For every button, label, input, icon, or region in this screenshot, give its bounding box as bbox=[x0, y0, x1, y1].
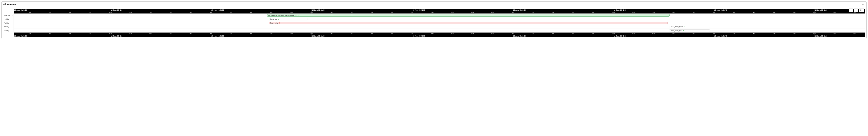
axis-minor-tick: 400 bbox=[351, 12, 353, 13]
axis-second-label: 18 June 08:42:35 bbox=[212, 9, 224, 11]
axis-minor-tick: 800 bbox=[391, 12, 393, 13]
bar-status bbox=[278, 18, 279, 20]
axis-minor-tick: 200 bbox=[532, 33, 534, 34]
bar-label: undo_book_hotel bbox=[671, 26, 683, 28]
timeline-bar[interactable]: ec3fa699-5607-45af-87ce-2a34c7e37617 bbox=[267, 14, 670, 16]
panel-title-wrap: Timeline bbox=[3, 3, 16, 6]
axis-minor-tick: 600 bbox=[673, 12, 675, 13]
axis-second-label: 18 June 08:42:37 bbox=[413, 35, 425, 37]
axis-minor-tick: 000 bbox=[713, 33, 715, 34]
axis-minor-tick: 200 bbox=[833, 12, 836, 13]
row-label: Workflow Execution bbox=[4, 13, 13, 17]
axis-minor-tick: 600 bbox=[69, 12, 71, 13]
bar-label: undo_book_car bbox=[671, 30, 682, 32]
time-axis-top: 18 June 08:42:3320040060080018 June 08:4… bbox=[14, 9, 865, 13]
axis-minor-tick: 000 bbox=[310, 33, 313, 34]
timeline-panel: Timeline + - Fit Workflow ExecutionActiv… bbox=[1, 1, 867, 39]
check-icon bbox=[278, 18, 279, 20]
axis-second-label: 18 June 08:42:40 bbox=[714, 9, 727, 11]
panel-header: Timeline bbox=[2, 2, 866, 7]
timeline-bar[interactable]: undo_book_car bbox=[670, 30, 710, 32]
axis-second-block: 18 June 08:42:38000200400600800 bbox=[513, 33, 613, 37]
axis-minor-tick: 200 bbox=[431, 33, 433, 34]
zoom-controls: + - Fit bbox=[849, 8, 864, 12]
bar-label: ec3fa699-5607-45af-87ce-2a34c7e37617 bbox=[268, 14, 297, 16]
axis-second-block: 18 June 08:42:33200400600800 bbox=[14, 33, 110, 37]
axis-minor-tick: 400 bbox=[49, 33, 51, 34]
bar-chart-icon bbox=[3, 3, 6, 5]
axis-minor-tick: 000 bbox=[512, 12, 514, 13]
axis-second-block: 18 June 08:42:33200400600800 bbox=[14, 9, 110, 13]
axis-second-block: 18 June 08:42:41000200400 bbox=[814, 33, 865, 37]
timeline-grid: Workflow ExecutionActivityActivityActivi… bbox=[3, 9, 865, 37]
axis-minor-tick: 200 bbox=[230, 33, 232, 34]
collapse-toggle[interactable] bbox=[862, 3, 865, 6]
axis-second-block: 18 June 08:42:40000200400600800 bbox=[714, 9, 814, 13]
axis-second-block: 18 June 08:42:36000200400600800 bbox=[311, 33, 412, 37]
fit-button[interactable]: Fit bbox=[859, 8, 864, 12]
timeline-bar[interactable]: undo_book_hotel bbox=[670, 26, 710, 28]
axis-minor-tick: 000 bbox=[612, 33, 615, 34]
axis-minor-tick: 400 bbox=[351, 33, 353, 34]
time-axis-bottom: 18 June 08:42:3320040060080018 June 08:4… bbox=[14, 33, 865, 37]
panel-title: Timeline bbox=[7, 3, 16, 6]
axis-second-label: 18 June 08:42:39 bbox=[614, 9, 626, 11]
zoom-out-button[interactable]: - bbox=[854, 8, 858, 12]
axis-minor-tick: 800 bbox=[391, 33, 393, 34]
axis-minor-tick: 800 bbox=[793, 33, 796, 34]
axis-minor-tick: 000 bbox=[310, 12, 313, 13]
axis-minor-tick: 200 bbox=[129, 33, 132, 34]
axis-minor-tick: 800 bbox=[89, 12, 91, 13]
axis-second-label: 18 June 08:42:36 bbox=[312, 9, 324, 11]
check-icon bbox=[682, 30, 684, 32]
axis-minor-tick: 800 bbox=[692, 12, 695, 13]
axis-minor-tick: 200 bbox=[632, 12, 634, 13]
axis-minor-tick: 200 bbox=[331, 33, 333, 34]
axis-second-label: 18 June 08:42:38 bbox=[513, 35, 526, 37]
row-label: Activity bbox=[4, 29, 13, 33]
axis-minor-tick: 200 bbox=[29, 33, 31, 34]
rows-area[interactable]: ec3fa699-5607-45af-87ce-2a34c7e37617book… bbox=[14, 13, 865, 33]
svg-rect-0 bbox=[4, 4, 4, 5]
axis-minor-tick: 600 bbox=[169, 12, 172, 13]
bar-status bbox=[279, 22, 281, 24]
axis-minor-tick: 200 bbox=[532, 12, 534, 13]
axis-second-label: 18 June 08:42:34 bbox=[111, 35, 123, 37]
axis-second-block: 18 June 08:42:37000200400600800 bbox=[412, 9, 513, 13]
axis-minor-tick: 400 bbox=[652, 33, 655, 34]
row-label-column: Workflow ExecutionActivityActivityActivi… bbox=[3, 13, 14, 33]
axis-minor-tick: 600 bbox=[773, 33, 775, 34]
axis-second-block: 18 June 08:42:40000200400600800 bbox=[714, 33, 814, 37]
timeline-bar[interactable]: book_hotel bbox=[269, 22, 668, 24]
axis-minor-tick: 400 bbox=[753, 33, 755, 34]
axis-minor-tick: 400 bbox=[49, 12, 51, 13]
axis-minor-tick: 200 bbox=[632, 33, 634, 34]
axis-minor-tick: 000 bbox=[411, 12, 413, 13]
axis-minor-tick: 000 bbox=[210, 12, 212, 13]
row-label: Activity bbox=[4, 21, 13, 25]
zoom-in-button[interactable]: + bbox=[849, 8, 853, 12]
axis-minor-tick: 600 bbox=[673, 33, 675, 34]
axis-minor-tick: 800 bbox=[89, 33, 91, 34]
axis-minor-tick: 000 bbox=[612, 12, 615, 13]
axis-minor-tick: 600 bbox=[270, 33, 272, 34]
axis-minor-tick: 600 bbox=[371, 12, 373, 13]
axis-second-label: 18 June 08:42:37 bbox=[413, 9, 425, 11]
axis-second-label: 18 June 08:42:36 bbox=[312, 35, 324, 37]
axis-minor-tick: 800 bbox=[290, 12, 292, 13]
axis-minor-tick: 000 bbox=[512, 33, 514, 34]
axis-second-block: 18 June 08:42:34000200400600800 bbox=[110, 33, 211, 37]
timeline-bar[interactable]: book_car bbox=[269, 18, 307, 20]
axis-minor-tick: 800 bbox=[190, 12, 192, 13]
axis-minor-tick: 000 bbox=[411, 33, 413, 34]
axis-second-block: 18 June 08:42:35000200400600800 bbox=[211, 9, 311, 13]
axis-minor-tick: 000 bbox=[813, 33, 816, 34]
axis-second-block: 18 June 08:42:38000200400600800 bbox=[513, 9, 613, 13]
svg-point-5 bbox=[279, 23, 280, 24]
axis-second-block: 18 June 08:42:34000200400600800 bbox=[110, 9, 211, 13]
axis-minor-tick: 600 bbox=[69, 33, 71, 34]
axis-minor-tick: 400 bbox=[150, 33, 152, 34]
axis-minor-tick: 800 bbox=[492, 33, 494, 34]
axis-second-block: 18 June 08:42:37000200400600800 bbox=[412, 33, 513, 37]
axis-minor-tick: 600 bbox=[572, 33, 574, 34]
